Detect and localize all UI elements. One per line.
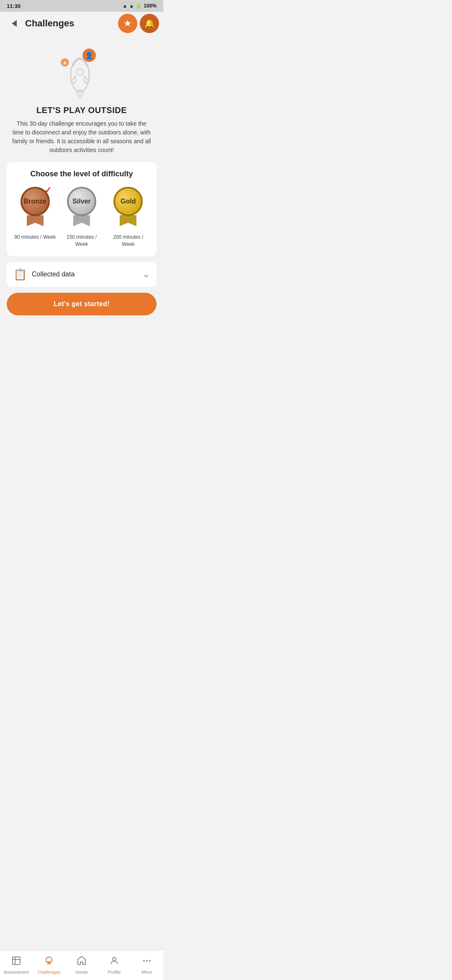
silver-disc: Silver bbox=[67, 187, 96, 216]
svg-marker-7 bbox=[73, 215, 90, 226]
wifi-icon: ▲ bbox=[123, 3, 128, 9]
signal-icon: ▲ bbox=[129, 3, 134, 9]
battery-percent: 100% bbox=[144, 3, 157, 9]
chevron-down-icon: ⌄ bbox=[142, 269, 150, 280]
page-title: Challenges bbox=[25, 18, 74, 29]
svg-marker-6 bbox=[27, 215, 44, 226]
svg-text:👤: 👤 bbox=[85, 52, 93, 59]
hero-illustration: 👤 ★ bbox=[52, 44, 111, 102]
data-icon: 📋 bbox=[13, 268, 27, 281]
bronze-sublabel: 90 minutes / Week bbox=[14, 234, 56, 241]
svg-point-3 bbox=[77, 69, 83, 75]
svg-text:★: ★ bbox=[63, 60, 67, 65]
start-challenge-button[interactable]: Let's get started! bbox=[7, 293, 157, 315]
back-arrow-icon bbox=[12, 20, 17, 27]
notification-button[interactable]: 🔔 bbox=[140, 14, 159, 33]
gold-sublabel: 200 minutes / Week bbox=[107, 234, 149, 248]
difficulty-section: Choose the level of difficulty Bronze ✓ … bbox=[7, 162, 157, 256]
medals-row: Bronze ✓ 90 minutes / Week Silver bbox=[12, 187, 152, 248]
medal-silver[interactable]: Silver 150 minutes / Week bbox=[61, 187, 103, 248]
hero-section: 👤 ★ LET'S PLAY OUTSIDE This 30-day chall… bbox=[7, 39, 157, 162]
silver-sublabel: 150 minutes / Week bbox=[61, 234, 103, 248]
collected-data-label: Collected data bbox=[32, 271, 74, 278]
bronze-ribbon bbox=[23, 215, 48, 226]
status-right: ▲ ▲ 🔋 100% bbox=[123, 3, 157, 9]
collected-data-left: 📋 Collected data bbox=[13, 268, 74, 281]
silver-label: Silver bbox=[72, 198, 91, 205]
main-content: 👤 ★ LET'S PLAY OUTSIDE This 30-day chall… bbox=[0, 35, 163, 349]
bronze-label: Bronze bbox=[24, 198, 46, 205]
svg-marker-8 bbox=[120, 215, 136, 226]
collected-data-row[interactable]: 📋 Collected data ⌄ bbox=[7, 262, 157, 287]
gold-disc: Gold bbox=[113, 187, 143, 216]
battery-icon: 🔋 bbox=[136, 3, 142, 9]
silver-ribbon bbox=[69, 215, 94, 226]
bronze-disc: Bronze ✓ bbox=[21, 187, 50, 216]
top-bar: Challenges ★ 🔔 bbox=[0, 12, 163, 35]
medal-bronze[interactable]: Bronze ✓ 90 minutes / Week bbox=[14, 187, 56, 241]
status-time: 11:30 bbox=[7, 3, 21, 9]
gold-ribbon bbox=[116, 215, 141, 226]
medal-gold[interactable]: Gold 200 minutes / Week bbox=[107, 187, 149, 248]
difficulty-title: Choose the level of difficulty bbox=[12, 170, 152, 178]
outdoor-svg: 👤 ★ bbox=[52, 44, 111, 102]
star-button[interactable]: ★ bbox=[118, 14, 137, 33]
top-icon-group: ★ 🔔 bbox=[118, 14, 159, 33]
challenge-title: LET'S PLAY OUTSIDE bbox=[36, 106, 127, 115]
medal-circle-silver: Silver bbox=[64, 187, 99, 229]
star-icon: ★ bbox=[123, 18, 132, 29]
bronze-checkmark: ✓ bbox=[44, 185, 51, 196]
back-button[interactable] bbox=[7, 16, 22, 31]
challenge-description: This 30-day challenge encourages you to … bbox=[7, 119, 157, 155]
gold-label: Gold bbox=[121, 198, 136, 205]
medal-circle-gold: Gold bbox=[110, 187, 146, 229]
medal-circle-bronze: Bronze ✓ bbox=[18, 187, 53, 229]
bell-icon: 🔔 bbox=[144, 18, 155, 28]
status-bar: 11:30 ▲ ▲ 🔋 100% bbox=[0, 0, 163, 12]
